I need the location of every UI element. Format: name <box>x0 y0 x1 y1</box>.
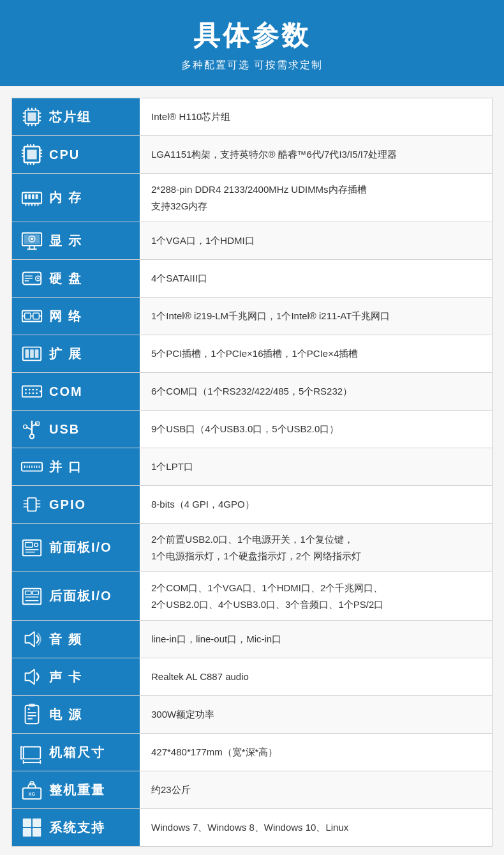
svg-rect-52 <box>25 313 31 319</box>
label-text-power: 电 源 <box>49 706 82 723</box>
label-text-gpio: GPIO <box>49 497 86 512</box>
row-harddisk: 硬 盘 4个SATAIII口 <box>12 260 492 298</box>
label-usb: USB <box>12 411 140 448</box>
svg-rect-104 <box>26 706 39 723</box>
value-power: 300W额定功率 <box>140 696 492 733</box>
svg-point-67 <box>29 392 31 394</box>
svg-rect-1 <box>27 112 36 121</box>
icon-power <box>20 702 44 727</box>
value-expansion: 5个PCI插槽，1个PCIe×16插槽，1个PCIe×4插槽 <box>140 335 492 372</box>
label-audio: 音 频 <box>12 621 140 658</box>
icon-expansion <box>20 342 44 366</box>
value-weight: 约23公斤 <box>140 771 492 808</box>
value-harddisk: 4个SATAIII口 <box>140 260 492 297</box>
svg-point-69 <box>36 392 38 394</box>
svg-point-70 <box>40 391 41 393</box>
label-rearpanel: 后面板I/O <box>12 572 140 620</box>
label-text-usb: USB <box>49 422 80 437</box>
value-usb: 9个USB口（4个USB3.0口，5个USB2.0口） <box>140 411 492 448</box>
svg-rect-99 <box>33 591 38 594</box>
label-chipset: 芯片组 <box>12 98 140 135</box>
row-com: COM 6个COM口（1个RS232/422/485，5个RS232） <box>12 373 492 411</box>
icon-chipset <box>20 105 44 129</box>
row-audio: 音 频 line-in口，line-out口，Mic-in口 <box>12 621 492 658</box>
label-com: COM <box>12 373 140 410</box>
icon-usb <box>20 417 44 441</box>
svg-rect-105 <box>29 704 34 707</box>
svg-point-63 <box>29 389 31 391</box>
svg-rect-93 <box>26 542 33 547</box>
label-gpio: GPIO <box>12 486 140 523</box>
svg-marker-102 <box>26 632 34 647</box>
label-harddisk: 硬 盘 <box>12 260 140 297</box>
row-gpio: GPIO 8-bits（4 GPI，4GPO） <box>12 486 492 524</box>
value-parallel: 1个LPT口 <box>140 448 492 485</box>
row-os: 系统支持 Windows 7、Windows 8、Windows 10、Linu… <box>12 809 492 846</box>
page-title: 具体参数 <box>13 18 491 54</box>
value-display: 1个VGA口，1个HDMI口 <box>140 222 492 259</box>
icon-frontpanel <box>20 536 44 560</box>
label-text-cpu: CPU <box>49 148 80 162</box>
icon-gpio <box>20 492 44 517</box>
svg-rect-60 <box>35 349 39 358</box>
label-expansion: 扩 展 <box>12 335 140 372</box>
svg-rect-61 <box>22 386 41 397</box>
value-com: 6个COM口（1个RS232/422/485，5个RS232） <box>140 373 492 410</box>
label-text-network: 网 络 <box>49 308 82 325</box>
icon-parallel <box>20 455 44 479</box>
spec-table: 芯片组 Intel® H110芯片组 CPU LGA1151构架，支持英特尔® … <box>11 98 493 847</box>
value-memory: 2*288-pin DDR4 2133/2400MHz UDIMMs内存插槽支持… <box>140 174 492 222</box>
value-os: Windows 7、Windows 8、Windows 10、Linux <box>140 809 492 846</box>
label-text-dimension: 机箱尺寸 <box>49 744 105 761</box>
label-text-chipset: 芯片组 <box>49 109 91 126</box>
row-expansion: 扩 展 5个PCI插槽，1个PCIe×16插槽，1个PCIe×4插槽 <box>12 335 492 373</box>
value-dimension: 427*480*177mm（宽*深*高） <box>140 734 492 771</box>
icon-os <box>20 815 44 840</box>
row-rearpanel: 后面板I/O 2个COM口、1个VGA口、1个HDMI口、2个千兆网口、2个US… <box>12 572 492 621</box>
svg-point-64 <box>32 389 34 391</box>
label-soundcard: 声 卡 <box>12 658 140 695</box>
row-power: 电 源 300W额定功率 <box>12 696 492 734</box>
label-text-expansion: 扩 展 <box>49 345 82 363</box>
row-parallel: 并 口 1个LPT口 <box>12 448 492 486</box>
icon-harddisk <box>20 266 44 291</box>
icon-com <box>20 379 44 404</box>
svg-point-96 <box>34 543 38 547</box>
icon-display <box>20 229 44 253</box>
svg-rect-110 <box>24 746 41 759</box>
svg-point-68 <box>32 392 34 394</box>
label-text-rearpanel: 后面板I/O <box>49 587 112 605</box>
row-memory: 内 存 2*288-pin DDR4 2133/2400MHz UDIMMs内存… <box>12 174 492 222</box>
label-display: 显 示 <box>12 222 140 259</box>
label-text-os: 系统支持 <box>49 819 105 836</box>
svg-point-66 <box>25 392 27 394</box>
svg-rect-15 <box>27 149 36 159</box>
value-network: 1个Intel® i219-LM千兆网口，1个Intel® i211-AT千兆网… <box>140 298 492 335</box>
label-cpu: CPU <box>12 136 140 173</box>
label-power: 电 源 <box>12 696 140 733</box>
label-frontpanel: 前面板I/O <box>12 524 140 571</box>
label-text-audio: 音 频 <box>49 631 82 648</box>
icon-memory <box>20 186 44 210</box>
svg-rect-120 <box>23 819 31 827</box>
label-text-com: COM <box>49 384 83 399</box>
icon-cpu <box>20 142 44 167</box>
label-text-harddisk: 硬 盘 <box>49 270 82 287</box>
row-cpu: CPU LGA1151构架，支持英特尔® 酷睿™6代/7代I3/I5/I7处理器 <box>12 136 492 174</box>
svg-rect-98 <box>26 591 31 594</box>
label-os: 系统支持 <box>12 809 140 846</box>
svg-point-109 <box>28 708 30 710</box>
svg-rect-85 <box>27 498 36 511</box>
label-weight: KG 整机重量 <box>12 771 140 808</box>
svg-rect-30 <box>28 194 31 199</box>
svg-rect-32 <box>36 194 38 199</box>
value-audio: line-in口，line-out口，Mic-in口 <box>140 621 492 658</box>
svg-rect-123 <box>33 828 41 836</box>
label-text-memory: 内 存 <box>49 189 82 206</box>
label-text-soundcard: 声 卡 <box>49 669 82 686</box>
row-chipset: 芯片组 Intel® H110芯片组 <box>12 98 492 136</box>
row-network: 网 络 1个Intel® i219-LM千兆网口，1个Intel® i211-A… <box>12 298 492 335</box>
row-soundcard: 声 卡 Realtek AL C887 audio <box>12 658 492 696</box>
label-text-display: 显 示 <box>49 232 82 250</box>
row-display: 显 示 1个VGA口，1个HDMI口 <box>12 222 492 260</box>
